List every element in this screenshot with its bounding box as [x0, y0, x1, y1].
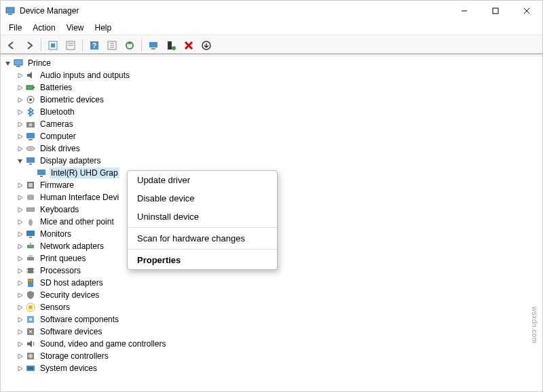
svg-rect-27	[26, 85, 33, 90]
svg-rect-34	[29, 139, 33, 140]
menu-action[interactable]: Action	[27, 22, 60, 34]
expand-toggle[interactable]	[16, 83, 24, 92]
expand-toggle[interactable]	[16, 120, 24, 128]
tree-category-label: Batteries	[39, 82, 73, 93]
tree-category[interactable]: Security devices	[3, 289, 542, 301]
tree-category[interactable]: Computer	[3, 130, 542, 142]
svg-point-63	[29, 305, 33, 309]
tree-category[interactable]: Audio inputs and outputs	[3, 69, 542, 81]
device-manager-window: Device Manager File Action View Help ? P…	[0, 0, 543, 392]
system-icon	[25, 363, 36, 374]
tree-category-label: Biometric devices	[39, 94, 105, 105]
menu-view[interactable]: View	[61, 22, 90, 34]
expand-toggle[interactable]	[16, 364, 24, 372]
menu-bar: File Action View Help	[1, 21, 542, 35]
expand-toggle[interactable]	[16, 340, 24, 348]
svg-rect-3	[493, 8, 498, 14]
forward-button[interactable]	[21, 37, 37, 54]
expand-toggle[interactable]	[3, 59, 12, 67]
tree-root[interactable]: Prince	[3, 57, 542, 69]
tree-category-label: Monitors	[39, 229, 73, 239]
expand-toggle[interactable]	[16, 242, 24, 250]
svg-rect-48	[26, 231, 35, 236]
tree-category[interactable]: Software devices	[3, 326, 542, 338]
expand-toggle[interactable]	[16, 144, 24, 153]
svg-rect-19	[151, 48, 155, 50]
tree-category-label: Bluetooth	[39, 106, 76, 117]
enable-device-button[interactable]	[145, 37, 162, 54]
tree-category-label: SD host adapters	[39, 277, 105, 288]
svg-rect-7	[51, 43, 55, 47]
tree-category[interactable]: Batteries	[3, 81, 542, 94]
tree-category[interactable]: Display adapters	[3, 155, 542, 167]
context-menu-item[interactable]: Update driver	[128, 171, 277, 189]
computer-icon	[25, 131, 36, 142]
audio-icon	[25, 70, 36, 81]
menu-file[interactable]: File	[3, 22, 27, 34]
tree-category-label: Cameras	[39, 119, 75, 130]
help-button[interactable]: ?	[86, 37, 102, 54]
menu-help[interactable]: Help	[90, 22, 117, 34]
details-button[interactable]	[104, 37, 120, 54]
title-bar: Device Manager	[1, 1, 542, 21]
expand-toggle[interactable]	[16, 132, 24, 140]
disk-icon	[25, 143, 36, 154]
tree-category[interactable]: Software components	[3, 313, 542, 326]
expand-toggle[interactable]	[16, 328, 24, 336]
sensor-icon	[25, 302, 36, 313]
expand-toggle[interactable]	[16, 303, 24, 311]
tree-category[interactable]: Storage controllers	[3, 350, 542, 362]
uninstall-button[interactable]	[181, 37, 197, 54]
expand-toggle[interactable]	[16, 279, 24, 287]
tree-category[interactable]: Sensors	[3, 301, 542, 313]
scan-hardware-button[interactable]	[163, 37, 179, 54]
context-menu-separator	[128, 227, 277, 228]
svg-rect-61	[30, 279, 31, 281]
tree-category[interactable]: Biometric devices	[3, 94, 542, 106]
svg-rect-43	[27, 195, 34, 200]
expand-toggle[interactable]	[16, 193, 24, 201]
options-button[interactable]	[198, 37, 214, 54]
tree-category-label: Display adapters	[39, 155, 102, 166]
tree-category[interactable]: Bluetooth	[3, 106, 542, 118]
tree-category[interactable]: Cameras	[3, 118, 542, 130]
tree-category-label: Mice and other point	[39, 216, 115, 227]
expand-toggle[interactable]	[16, 157, 24, 165]
update-driver-button[interactable]	[121, 37, 138, 54]
maximize-button[interactable]	[480, 1, 511, 21]
back-button[interactable]	[3, 37, 20, 54]
context-menu-item[interactable]: Disable device	[128, 189, 277, 208]
network-icon	[25, 241, 36, 252]
minimize-button[interactable]	[449, 1, 480, 21]
svg-rect-60	[29, 279, 29, 281]
expand-toggle[interactable]	[16, 291, 24, 299]
expand-toggle[interactable]	[16, 254, 24, 262]
expand-toggle[interactable]	[16, 181, 24, 189]
svg-rect-52	[27, 257, 34, 260]
mouse-icon	[25, 216, 36, 227]
show-hidden-button[interactable]	[45, 37, 61, 54]
properties-button[interactable]	[62, 37, 79, 54]
context-menu-item[interactable]: Uninstall device	[128, 208, 277, 226]
expand-toggle[interactable]	[16, 315, 24, 324]
display-icon	[36, 168, 47, 178]
svg-rect-62	[31, 279, 32, 281]
close-button[interactable]	[511, 1, 542, 21]
expand-toggle[interactable]	[16, 230, 24, 238]
expand-toggle[interactable]	[16, 108, 24, 116]
expand-toggle[interactable]	[16, 352, 24, 360]
context-menu-item[interactable]: Scan for hardware changes	[128, 229, 277, 248]
tree-category-label: Audio inputs and outputs	[39, 70, 131, 81]
tree-category[interactable]: SD host adapters	[3, 277, 542, 289]
expand-toggle[interactable]	[16, 96, 24, 104]
toolbar-separator	[141, 39, 142, 52]
expand-toggle[interactable]	[16, 205, 24, 214]
expand-toggle[interactable]	[16, 267, 24, 275]
expand-toggle[interactable]	[16, 218, 24, 226]
tree-category[interactable]: System devices	[3, 362, 542, 374]
expand-toggle[interactable]	[16, 71, 24, 79]
tree-category[interactable]: Disk drives	[3, 142, 542, 155]
sound-icon	[25, 338, 36, 349]
context-menu-item[interactable]: Properties	[128, 251, 277, 269]
tree-category[interactable]: Sound, video and game controllers	[3, 338, 542, 350]
